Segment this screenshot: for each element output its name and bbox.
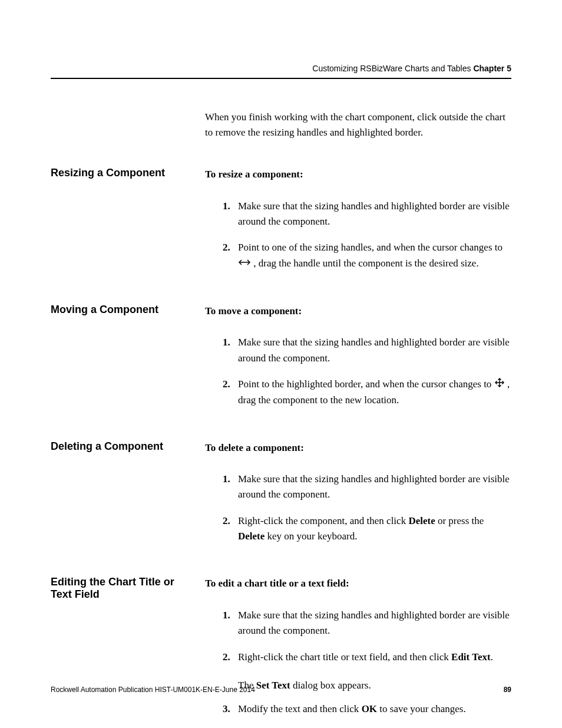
move-step-2a: Point to the highlighted border, and whe… bbox=[238, 378, 494, 390]
running-header: Customizing RSBizWare Charts and Tables … bbox=[312, 64, 511, 73]
intro-paragraph: When you finish working with the chart c… bbox=[205, 110, 511, 140]
move-heading: Moving a Component bbox=[51, 304, 205, 316]
edit-step-2: Right-click the chart title or text fiel… bbox=[223, 650, 511, 665]
resize-step-2b: , drag the handle until the component is… bbox=[253, 258, 478, 269]
edit-steps-cont: Modify the text and then click OK to sav… bbox=[223, 701, 511, 717]
delete-step-1: Make sure that the sizing handles and hi… bbox=[223, 472, 511, 503]
delete-step-2b: or press the bbox=[435, 515, 484, 526]
ok-word: OK bbox=[362, 703, 377, 714]
delete-lead: To delete a component: bbox=[205, 440, 511, 456]
horizontal-resize-icon bbox=[238, 256, 251, 271]
header-rule bbox=[51, 78, 511, 79]
edit-steps: Make sure that the sizing handles and hi… bbox=[223, 608, 511, 665]
delete-steps: Make sure that the sizing handles and hi… bbox=[223, 472, 511, 544]
resize-heading: Resizing a Component bbox=[51, 167, 205, 179]
edit-lead: To edit a chart title or a text field: bbox=[205, 576, 511, 591]
page-content: When you finish working with the chart c… bbox=[51, 110, 511, 728]
resize-steps: Make sure that the sizing handles and hi… bbox=[223, 199, 511, 272]
move-cursor-icon bbox=[494, 377, 505, 393]
edit-step-1: Make sure that the sizing handles and hi… bbox=[223, 608, 511, 639]
resize-step-1: Make sure that the sizing handles and hi… bbox=[223, 199, 511, 230]
header-chapter: Chapter 5 bbox=[473, 64, 511, 73]
edit-step-2a: Right-click the chart title or text fiel… bbox=[238, 651, 451, 663]
delete-step-2c: key on your keyboard. bbox=[265, 531, 357, 542]
move-step-1: Make sure that the sizing handles and hi… bbox=[223, 335, 511, 366]
header-title: Customizing RSBizWare Charts and Tables bbox=[312, 64, 471, 73]
delete-heading: Deleting a Component bbox=[51, 440, 205, 453]
move-step-2: Point to the highlighted border, and whe… bbox=[223, 377, 511, 409]
edit-step-3a: Modify the text and then click bbox=[238, 703, 362, 714]
move-steps: Make sure that the sizing handles and hi… bbox=[223, 335, 511, 408]
publication-info: Rockwell Automation Publication HIST-UM0… bbox=[51, 686, 255, 694]
page-number: 89 bbox=[504, 686, 511, 694]
move-lead: To move a component: bbox=[205, 304, 511, 319]
edit-step-3b: to save your changes. bbox=[377, 703, 466, 714]
delete-step-2a: Right-click the component, and then clic… bbox=[238, 515, 408, 526]
delete-step-2: Right-click the component, and then clic… bbox=[223, 513, 511, 545]
resize-step-2: Point to one of the sizing handles, and … bbox=[223, 240, 511, 272]
edit-step-2b: . bbox=[491, 651, 493, 663]
delete-word-2: Delete bbox=[238, 531, 265, 542]
edit-step-3: Modify the text and then click OK to sav… bbox=[223, 701, 511, 717]
edit-heading: Editing the Chart Title or Text Field bbox=[51, 576, 205, 601]
page-footer: Rockwell Automation Publication HIST-UM0… bbox=[51, 686, 511, 694]
edit-text-word: Edit Text bbox=[451, 651, 491, 663]
resize-lead: To resize a component: bbox=[205, 167, 511, 182]
delete-word-1: Delete bbox=[408, 515, 435, 526]
resize-step-2a: Point to one of the sizing handles, and … bbox=[238, 242, 503, 253]
